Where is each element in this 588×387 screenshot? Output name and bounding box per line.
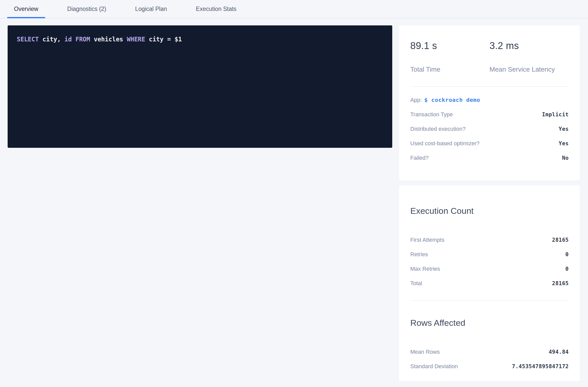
sql-keyword: FROM [75,36,90,43]
statement-details-page: Overview Diagnostics (2) Logical Plan Ex… [0,0,588,387]
content-area: SELECT city, id FROM vehicles WHERE city… [0,18,588,381]
cost-based-optimizer-row: Used cost-based optimizer? Yes [410,136,569,151]
tab-overview-label: Overview [14,6,38,12]
app-label-group: App:$ cockroach demo [410,97,480,103]
first-attempts-label: First Attempts [410,237,444,243]
total-time-value: 89.1 s [410,40,489,51]
mean-rows-value: 494.84 [549,349,569,355]
tab-diagnostics[interactable]: Diagnostics (2) [60,0,113,18]
total-time-stat: 89.1 s Total Time [410,40,489,73]
sql-keyword: SELECT [17,36,39,43]
summary-attribute-rows: App:$ cockroach demo Transaction Type Im… [410,93,569,165]
sql-identifier: city, [42,36,61,43]
stats-sidebar: 89.1 s Total Time 3.2 ms Mean Service La… [399,25,580,381]
retries-label: Retries [410,251,428,258]
app-label: App: [410,97,422,103]
execution-stats-card: Execution Count First Attempts 28165 Ret… [399,185,580,381]
max-retries-value: 0 [565,266,569,272]
tab-overview[interactable]: Overview [7,0,45,18]
sql-identifier: vehicles [94,36,123,43]
sql-identifier: city [149,36,164,43]
summary-divider [410,86,569,87]
sql-keyword: id [64,36,72,43]
overview-summary-card: 89.1 s Total Time 3.2 ms Mean Service La… [399,25,580,180]
mean-service-latency-value: 3.2 ms [489,40,569,51]
cost-based-optimizer-label: Used cost-based optimizer? [410,140,480,147]
sql-statement-text: SELECT city, id FROM vehicles WHERE city… [17,36,182,43]
total-row: Total 28165 [410,276,569,291]
app-name-link[interactable]: $ cockroach demo [424,97,480,103]
failed-label: Failed? [410,155,429,161]
cost-based-optimizer-value: Yes [559,140,569,147]
sql-keyword: WHERE [127,36,145,43]
retries-value: 0 [565,251,569,257]
retries-row: Retries 0 [410,247,569,262]
transaction-type-label: Transaction Type [410,111,453,118]
tab-execution-stats-label: Execution Stats [196,6,237,12]
total-value: 28165 [552,280,569,286]
mean-service-latency-label: Mean Service Latency [489,66,569,73]
first-attempts-row: First Attempts 28165 [410,233,569,247]
tab-logical-plan[interactable]: Logical Plan [128,0,174,18]
section-divider [410,300,569,301]
standard-deviation-label: Standard Deviation [410,363,458,370]
distributed-execution-row: Distributed execution? Yes [410,122,569,136]
tab-logical-plan-label: Logical Plan [135,6,167,12]
failed-row: Failed? No [410,151,569,165]
distributed-execution-value: Yes [559,126,569,132]
sql-placeholder: $1 [174,36,182,43]
transaction-type-row: Transaction Type Implicit [410,107,569,122]
sql-operator: = [167,36,171,43]
total-label: Total [410,280,422,287]
active-tab-underline [7,17,45,18]
transaction-type-value: Implicit [542,111,569,118]
standard-deviation-value: 7.453547895847172 [512,363,569,369]
max-retries-row: Max Retries 0 [410,262,569,276]
execution-count-rows: First Attempts 28165 Retries 0 Max Retri… [410,233,569,291]
tab-bar: Overview Diagnostics (2) Logical Plan Ex… [0,0,588,18]
summary-stats: 89.1 s Total Time 3.2 ms Mean Service La… [410,40,569,73]
tab-diagnostics-label: Diagnostics (2) [67,6,106,12]
failed-value: No [562,155,569,161]
rows-affected-rows: Mean Rows 494.84 Standard Deviation 7.45… [410,345,569,374]
rows-affected-title: Rows Affected [410,317,569,329]
execution-count-title: Execution Count [410,205,569,217]
first-attempts-value: 28165 [552,237,569,243]
max-retries-label: Max Retries [410,266,440,272]
total-time-label: Total Time [410,66,489,73]
app-row: App:$ cockroach demo [410,93,569,107]
tab-execution-stats[interactable]: Execution Stats [189,0,243,18]
standard-deviation-row: Standard Deviation 7.453547895847172 [410,359,569,374]
mean-service-latency-stat: 3.2 ms Mean Service Latency [489,40,569,73]
distributed-execution-label: Distributed execution? [410,126,466,132]
sql-statement-box: SELECT city, id FROM vehicles WHERE city… [8,25,392,148]
mean-rows-row: Mean Rows 494.84 [410,345,569,359]
mean-rows-label: Mean Rows [410,349,440,355]
